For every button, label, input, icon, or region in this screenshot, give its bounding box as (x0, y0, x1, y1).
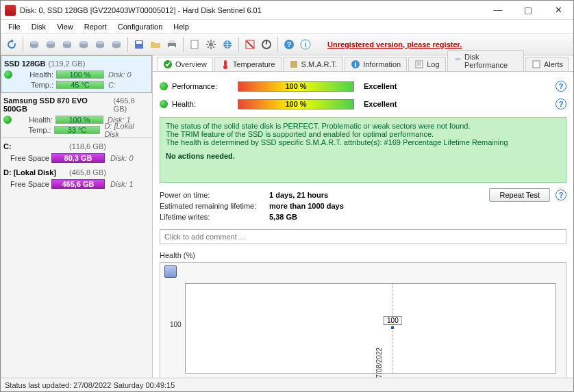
svg-point-3 (79, 40, 88, 43)
globe-icon[interactable] (220, 37, 235, 52)
free-space-label: Free Space (3, 180, 51, 188)
menu-disk[interactable]: Disk (27, 21, 51, 32)
free-space-bar: 465,6 GB (51, 179, 105, 189)
chart-point-label: 100 (384, 316, 402, 325)
disk2-icon[interactable] (43, 37, 58, 52)
health-ok-icon (3, 116, 12, 124)
status-line: The status of the solid state disk is PE… (166, 122, 560, 130)
menu-help[interactable]: Help (169, 21, 194, 32)
disk-card-0[interactable]: SSD 128GB (119,2 GB) Health: 100 % Disk:… (1, 55, 152, 93)
svg-rect-7 (136, 41, 142, 44)
health-rating: Excellent (364, 100, 397, 108)
drive-letter: C: (108, 81, 116, 89)
volume-name: D: [Lokal Disk] (3, 168, 69, 177)
svg-text:i: i (304, 40, 306, 49)
status-line: The TRIM feature of the SSD is supported… (166, 130, 560, 138)
right-panel: Overview Temperature S.M.A.R.T. iInforma… (153, 55, 573, 378)
repeat-test-button[interactable]: Repeat Test (489, 188, 550, 202)
comment-input[interactable] (160, 229, 566, 244)
print-icon[interactable] (164, 37, 179, 52)
disk-size: (119,2 GB) (49, 60, 86, 68)
health-ok-icon (160, 100, 168, 108)
svg-text:?: ? (287, 40, 292, 49)
temp-label: Temp.: (15, 81, 53, 89)
health-bar: 100 % (238, 99, 354, 109)
lifetime-label: Estimated remaining lifetime: (160, 202, 269, 210)
volume-disk-index: Disk: 1 (110, 180, 134, 188)
gear-icon[interactable] (203, 37, 219, 52)
disk-name: Samsung SSD 870 EVO 500GB (3, 96, 111, 113)
writes-value: 5,38 GB (269, 213, 297, 221)
disk3-icon[interactable] (60, 37, 75, 52)
stats-grid: Power on time: 1 days, 21 hours Repeat T… (160, 190, 566, 222)
overview-panel: Performance: 100 % Excellent ? Health: 1… (153, 72, 573, 378)
folder-icon[interactable] (148, 37, 163, 52)
maximize-button[interactable]: ▢ (513, 1, 543, 20)
svg-point-4 (96, 40, 104, 43)
help-performance-icon[interactable]: ? (556, 81, 566, 92)
disk6-icon[interactable] (109, 37, 124, 52)
status-line: The health is determined by SSD specific… (166, 138, 560, 146)
performance-bar: 100 % (238, 81, 354, 92)
tab-alerts[interactable]: Alerts (525, 57, 569, 71)
tab-log[interactable]: Log (408, 57, 445, 71)
save-chart-icon[interactable] (164, 265, 177, 278)
menu-configuration[interactable]: Configuration (113, 21, 167, 32)
performance-rating: Excellent (364, 82, 397, 90)
register-link[interactable]: Unregistered version, please register. (327, 40, 462, 49)
volume-size: (118,6 GB) (69, 142, 106, 151)
refresh-icon[interactable] (4, 37, 19, 52)
tab-information[interactable]: iInformation (345, 57, 407, 71)
tab-temperature[interactable]: Temperature (214, 57, 282, 71)
menu-view[interactable]: View (52, 21, 78, 32)
disk-icon[interactable] (27, 37, 42, 52)
health-ok-icon (4, 70, 12, 79)
help-icon[interactable]: ? (282, 37, 297, 52)
svg-rect-10 (169, 46, 175, 49)
svg-point-12 (209, 42, 213, 47)
svg-point-2 (63, 40, 71, 43)
doc-icon[interactable] (187, 37, 202, 52)
volume-disk-index: Disk: 0 (110, 154, 134, 162)
volumes-section: C: (118,6 GB) Free Space 80,3 GB Disk: 0… (1, 138, 152, 193)
menu-file[interactable]: File (3, 21, 25, 32)
svg-rect-28 (416, 61, 423, 68)
health-bar: 100 % (56, 70, 104, 79)
svg-rect-23 (224, 60, 227, 66)
tabs: Overview Temperature S.M.A.R.T. iInforma… (153, 55, 573, 72)
status-text: Status last updated: 27/08/2022 Saturday… (5, 381, 175, 389)
tab-smart[interactable]: S.M.A.R.T. (283, 57, 344, 71)
disk-card-1[interactable]: Samsung SSD 870 EVO 500GB (465,8 GB) Hea… (1, 93, 152, 138)
close-button[interactable]: ✕ (543, 1, 573, 20)
temp-bar: 33 °C (54, 126, 101, 134)
blocked-icon[interactable] (242, 37, 258, 52)
tab-disk-performance[interactable]: Disk Performance (447, 50, 524, 71)
info-icon[interactable]: i (298, 37, 313, 52)
menu-report[interactable]: Report (79, 21, 112, 32)
free-space-bar: 80,3 GB (51, 153, 105, 163)
tab-overview[interactable]: Overview (157, 57, 213, 71)
statusbar: Status last updated: 27/08/2022 Saturday… (1, 378, 573, 391)
free-space-label: Free Space (3, 154, 51, 162)
svg-point-31 (454, 58, 460, 61)
left-panel: SSD 128GB (119,2 GB) Health: 100 % Disk:… (1, 55, 153, 378)
svg-rect-11 (191, 40, 198, 49)
app-icon (5, 5, 16, 16)
chart-xtick: 27/08/2022 (375, 348, 383, 378)
disk5-icon[interactable] (92, 37, 108, 52)
titlebar: Disk: 0, SSD 128GB [GV220403WT00005012] … (1, 1, 573, 20)
disk4-icon[interactable] (76, 37, 91, 52)
svg-point-1 (47, 40, 55, 43)
no-actions: No actions needed. (166, 152, 560, 160)
minimize-button[interactable]: — (483, 1, 513, 20)
power-icon[interactable] (259, 37, 274, 52)
temp-label: Temp.: (14, 126, 51, 134)
svg-point-24 (223, 65, 227, 69)
health-bar: 100 % (55, 116, 103, 124)
svg-rect-32 (533, 61, 540, 68)
performance-label: Performance: (172, 82, 238, 90)
help-repeat-icon[interactable]: ? (556, 190, 566, 200)
help-health-icon[interactable]: ? (556, 99, 566, 109)
temp-bar: 45 °C (56, 81, 104, 89)
save-icon[interactable] (132, 37, 147, 52)
